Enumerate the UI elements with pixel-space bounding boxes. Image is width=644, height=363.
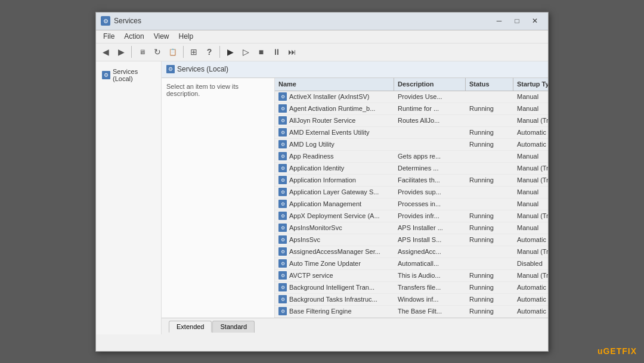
table-row[interactable]: ⚙AVCTP serviceThis is Audio...RunningMan…	[275, 270, 548, 282]
service-startup: Manual (Trigg...	[513, 117, 548, 124]
table-row[interactable]: ⚙App ReadinessGets apps re...ManualLoc..…	[275, 151, 548, 163]
table-row[interactable]: ⚙Application InformationFacilitates th..…	[275, 175, 548, 187]
table-row[interactable]: ⚙AMD External Events UtilityRunningAutom…	[275, 127, 548, 139]
service-description: The Base Filt...	[394, 308, 466, 315]
pause-button[interactable]: ⏸	[270, 45, 284, 59]
column-header-status[interactable]: Status	[466, 78, 513, 91]
service-icon: ⚙	[278, 283, 287, 291]
title-bar: ⚙ Services ─ □ ✕	[96, 13, 548, 30]
table-row[interactable]: ⚙Application IdentityDetermines ...Manua…	[275, 163, 548, 175]
table-row[interactable]: ⚙ApsInsSvcAPS Install S...RunningAutomat…	[275, 234, 548, 246]
table-row[interactable]: ⚙ApsInsMonitorSvcAPS Installer ...Runnin…	[275, 222, 548, 234]
table-row[interactable]: ⚙AMD Log UtilityRunningAutomaticLoc...	[275, 139, 548, 151]
service-name: AllJoyn Router Service	[289, 117, 355, 124]
service-startup: Manual	[513, 153, 548, 160]
properties-button[interactable]: ⊞	[187, 45, 201, 59]
tabs-area: Extended Standard	[166, 319, 257, 333]
forward-button[interactable]: ▶	[114, 45, 128, 59]
watermark: uGETFIX	[597, 346, 637, 356]
table-row[interactable]: ⚙Auto Time Zone UpdaterAutomaticall...Di…	[275, 258, 548, 270]
description-text: Select an item to view its description.	[166, 83, 239, 97]
column-header-startup[interactable]: Startup Type	[513, 78, 548, 91]
start-button[interactable]: ▶	[223, 45, 237, 59]
menu-file[interactable]: File	[98, 31, 119, 42]
service-status: Running	[466, 141, 513, 148]
table-row[interactable]: ⚙Application ManagementProcesses in...Ma…	[275, 198, 548, 210]
service-name: Application Layer Gateway S...	[289, 188, 379, 196]
start-alt-button[interactable]: ▷	[239, 45, 253, 59]
back-button[interactable]: ◀	[98, 45, 113, 59]
menu-bar: File Action View Help	[96, 30, 548, 44]
table-row[interactable]: ⚙Application Layer Gateway S...Provides …	[275, 187, 548, 198]
table-row[interactable]: ⚙Base Filtering EngineThe Base Filt...Ru…	[275, 306, 548, 318]
close-button[interactable]: ✕	[527, 15, 543, 27]
service-name: ApsInsSvc	[289, 236, 320, 243]
status-bar: Extended Standard	[162, 318, 548, 334]
service-startup: Manual (Trigg...	[513, 248, 548, 255]
service-icon: ⚙	[278, 176, 287, 184]
table-row[interactable]: ⚙Background Intelligent Tran...Transfers…	[275, 282, 548, 294]
services-local-icon: ⚙	[102, 71, 110, 79]
service-icon: ⚙	[278, 259, 287, 268]
service-icon: ⚙	[278, 271, 287, 280]
sidebar-item-services-local[interactable]: ⚙ Services (Local)	[101, 66, 156, 84]
services-window: ⚙ Services ─ □ ✕ File Action View Help ◀…	[95, 12, 549, 352]
service-status: Running	[466, 224, 513, 231]
column-header-name[interactable]: Name	[275, 78, 394, 91]
service-icon: ⚙	[278, 152, 287, 160]
minimize-button[interactable]: ─	[491, 15, 507, 27]
service-icon: ⚙	[278, 212, 287, 220]
export-button[interactable]: 📋	[166, 45, 180, 59]
menu-view[interactable]: View	[149, 31, 174, 42]
stop-button[interactable]: ■	[254, 45, 268, 59]
help-button[interactable]: ?	[202, 45, 216, 59]
maximize-button[interactable]: □	[509, 15, 525, 27]
table-header: Name Description Status Startup Type Log	[275, 78, 548, 91]
service-icon: ⚙	[278, 128, 287, 136]
menu-help[interactable]: Help	[174, 31, 199, 42]
service-icon: ⚙	[278, 140, 287, 148]
column-header-description[interactable]: Description	[394, 78, 466, 91]
table-row[interactable]: ⚙AllJoyn Router ServiceRoutes AllJo...Ma…	[275, 115, 548, 127]
service-description: Routes AllJo...	[394, 117, 466, 124]
resume-button[interactable]: ⏭	[285, 45, 299, 59]
service-startup: Manual	[513, 105, 548, 112]
refresh-button[interactable]: ↻	[150, 45, 165, 59]
main-area: ⚙ Services (Local) ⚙ Services (Local) Se…	[96, 61, 548, 334]
toolbar-separator-2	[183, 46, 184, 58]
service-name: App Readiness	[289, 153, 334, 160]
service-description: APS Installer ...	[394, 224, 466, 231]
window-title: Services	[114, 17, 491, 25]
table-body[interactable]: ⚙ActiveX Installer (AxInstSV)Provides Us…	[275, 91, 548, 318]
service-icon: ⚙	[278, 116, 287, 125]
service-icon: ⚙	[278, 188, 287, 196]
service-name: ActiveX Installer (AxInstSV)	[289, 93, 370, 100]
table-row[interactable]: ⚙ActiveX Installer (AxInstSV)Provides Us…	[275, 91, 548, 103]
service-description: Processes in...	[394, 200, 466, 207]
service-startup: Manual	[513, 93, 548, 100]
table-row[interactable]: ⚙Agent Activation Runtime_b...Runtime fo…	[275, 103, 548, 115]
tab-extended[interactable]: Extended	[169, 321, 212, 333]
service-name: AppX Deployment Service (A...	[289, 212, 380, 219]
show-console-button[interactable]: 🖥	[135, 45, 149, 59]
table-row[interactable]: ⚙Background Tasks Infrastruc...Windows i…	[275, 294, 548, 306]
service-name: Application Information	[289, 176, 356, 184]
service-startup: Manual	[513, 200, 548, 207]
table-row[interactable]: ⚙AppX Deployment Service (A...Provides i…	[275, 210, 548, 222]
left-panel: ⚙ Services (Local)	[96, 61, 162, 334]
service-icon: ⚙	[278, 92, 287, 101]
title-buttons: ─ □ ✕	[491, 15, 543, 27]
service-status: Running	[466, 176, 513, 184]
table-area: Name Description Status Startup Type Log	[275, 78, 548, 318]
menu-action[interactable]: Action	[119, 31, 148, 42]
toolbar: ◀ ▶ 🖥 ↻ 📋 ⊞ ? ▶ ▷ ■ ⏸ ⏭	[96, 44, 548, 61]
panel-body: Select an item to view its description. …	[162, 78, 548, 318]
service-startup: Automatic (De...	[513, 284, 548, 291]
service-icon: ⚙	[278, 164, 287, 172]
service-icon: ⚙	[278, 235, 287, 244]
description-panel: Select an item to view its description.	[162, 78, 275, 318]
service-description: Transfers file...	[394, 284, 466, 291]
service-name: AMD External Events Utility	[289, 129, 369, 136]
table-row[interactable]: ⚙AssignedAccessManager Ser...AssignedAcc…	[275, 246, 548, 258]
tab-standard[interactable]: Standard	[212, 321, 255, 333]
